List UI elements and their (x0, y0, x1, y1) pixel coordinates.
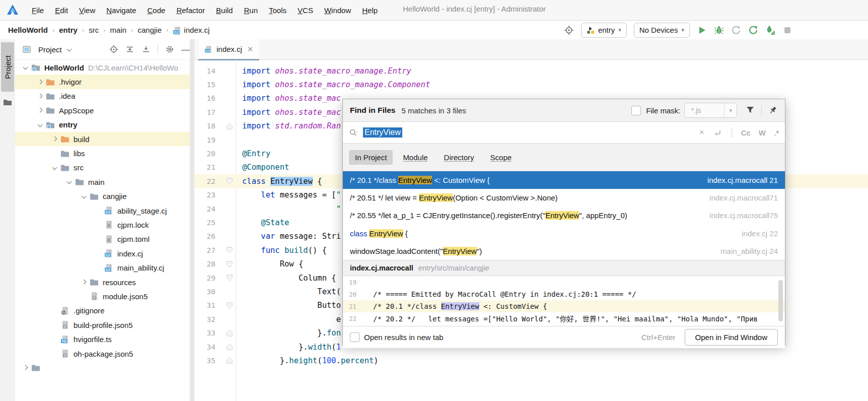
close-icon[interactable]: ✕ (247, 45, 254, 54)
tree-item--hvigor[interactable]: .hvigor (15, 75, 194, 89)
attach-debugger-button[interactable] (765, 25, 775, 35)
breadcrumb-item-entry[interactable]: entry (59, 26, 78, 34)
run-button[interactable] (697, 25, 707, 35)
tree-item-index-cj[interactable]: CJindex.cj (15, 246, 194, 260)
collapse-all-icon[interactable] (141, 45, 151, 54)
menu-item-window[interactable]: Window (319, 4, 356, 17)
tree-item-cjpm-lock[interactable]: cjpm.lock (15, 218, 194, 232)
fold-marker-icon[interactable] (227, 247, 233, 253)
tree-item-hvigorfile-ts[interactable]: TShvigorfile.ts (15, 332, 194, 346)
fold-marker-icon[interactable] (227, 302, 233, 309)
menu-item-help[interactable]: Help (356, 4, 383, 17)
chevron-down-icon[interactable] (66, 178, 73, 185)
open-in-new-tab-checkbox[interactable] (350, 332, 359, 342)
menu-item-refactor[interactable]: Refactor (171, 4, 210, 17)
chevron-right-icon[interactable] (37, 93, 44, 100)
expand-all-icon[interactable] (125, 45, 134, 54)
hide-panel-icon[interactable]: — (181, 45, 190, 54)
menu-item-view[interactable]: View (74, 4, 101, 17)
scrollbar-thumb[interactable] (778, 280, 783, 321)
menu-item-tools[interactable]: Tools (263, 4, 292, 17)
tree-item--idea[interactable]: .idea (15, 89, 194, 103)
chevron-down-icon[interactable] (66, 46, 73, 53)
fold-marker-icon[interactable] (227, 357, 233, 364)
clear-search-icon[interactable]: × (699, 127, 704, 138)
search-input[interactable]: EntryView (363, 127, 402, 138)
tree-item-oh-package-json5[interactable]: {}oh-package.json5 (15, 347, 194, 361)
chevron-down-icon[interactable] (51, 164, 58, 171)
tree-item-cangjie[interactable]: cangjie (15, 189, 194, 204)
device-select[interactable]: No Devices ▾ (634, 23, 690, 38)
fold-marker-icon[interactable] (227, 330, 233, 337)
breadcrumb-item-main[interactable]: main (110, 26, 127, 34)
insert-newline-icon[interactable] (712, 127, 722, 138)
chevron-right-icon[interactable] (37, 79, 44, 86)
scope-tab-scope[interactable]: Scope (484, 150, 518, 165)
debug-button[interactable] (714, 25, 724, 35)
fold-marker-icon[interactable] (227, 261, 233, 268)
chevron-down-icon[interactable] (22, 64, 29, 71)
select-opened-file-icon[interactable] (109, 45, 118, 54)
menu-item-vcs[interactable]: VCS (292, 4, 319, 17)
tree-item-entry[interactable]: entry (15, 118, 194, 132)
result-row-5[interactable]: windowStage.loadContent("EntryView")main… (343, 242, 785, 260)
tree-item-resources[interactable]: resources (15, 275, 194, 289)
result-row-4[interactable]: class EntryView {index.cj 22 (343, 225, 785, 242)
project-view-select[interactable]: Project (38, 45, 62, 54)
tree-item-ability-stage-cj[interactable]: CJability_stage.cj (15, 204, 194, 218)
menu-item-edit[interactable]: Edit (49, 4, 74, 17)
filter-icon[interactable] (745, 105, 755, 115)
tree-item-module-json5[interactable]: {}module.json5 (15, 289, 194, 303)
tree-item-src[interactable]: src (15, 161, 194, 175)
menu-item-navigate[interactable]: Navigate (101, 4, 141, 17)
result-row-1[interactable]: /* 20.1 */class EntryView <: CustomView … (343, 171, 785, 189)
chevron-down-icon[interactable] (81, 193, 88, 200)
tree-item-main[interactable]: main (15, 175, 194, 189)
profiler-button[interactable] (731, 25, 741, 35)
menu-item-file[interactable]: File (26, 4, 49, 17)
menu-item-build[interactable]: Build (210, 4, 238, 17)
result-row-2[interactable]: /* 20.51 */ let view = EntryView(Option … (343, 189, 785, 207)
chevron-right-icon[interactable] (22, 364, 29, 371)
pin-icon[interactable] (768, 105, 778, 115)
breadcrumb-item-src[interactable]: src (89, 26, 99, 34)
whole-words-toggle[interactable]: W (759, 128, 766, 137)
tree-item-cjpm-toml[interactable]: cjpm.toml (15, 232, 194, 246)
scope-tab-module[interactable]: Module (397, 150, 433, 165)
code-line-35[interactable]: 35 }.height(100.percent) (194, 354, 868, 367)
fold-marker-icon[interactable] (227, 275, 233, 281)
tree-item-build[interactable]: build (15, 132, 194, 146)
rerun-button[interactable] (748, 25, 758, 35)
preview-editor[interactable]: 1920/* ===== Emitted by MacroCall @Entry… (343, 276, 785, 326)
chevron-right-icon[interactable] (81, 279, 88, 286)
open-in-find-window-button[interactable]: Open in Find Window (685, 329, 778, 346)
chevron-right-icon[interactable] (51, 136, 58, 143)
search-icon[interactable] (349, 127, 359, 138)
scope-tab-directory[interactable]: Directory (438, 150, 480, 165)
breadcrumb-item-cangjie[interactable]: cangjie (137, 26, 162, 34)
chevron-right-icon[interactable] (37, 107, 44, 114)
fold-marker-icon[interactable] (227, 344, 233, 350)
scope-tab-in-project[interactable]: In Project (349, 150, 393, 165)
tree-item-appscope[interactable]: AppScope (15, 103, 194, 117)
result-row-3[interactable]: /* 20.55 */let a_p_1 = CJEntry.getInstan… (343, 207, 785, 224)
match-case-toggle[interactable]: Cc (741, 128, 751, 137)
file-mask-checkbox[interactable] (631, 106, 641, 115)
breadcrumb-item-helloworld[interactable]: HelloWorld (8, 26, 48, 34)
tree-item-libs[interactable]: libs (15, 146, 194, 160)
menu-item-run[interactable]: Run (238, 4, 263, 17)
chevron-down-icon[interactable] (37, 121, 44, 128)
breadcrumb-item-index.cj[interactable]: index.cj (184, 26, 209, 34)
regex-toggle[interactable]: .* (774, 128, 779, 137)
menu-item-code[interactable]: Code (142, 4, 171, 17)
project-stripe-tab[interactable]: Project (1, 42, 14, 92)
code-line-15[interactable]: 15import ohos.state_macro_manage.Compone… (194, 78, 868, 91)
tree-item--gitignore[interactable]: .gitignore (15, 304, 194, 318)
fold-marker-icon[interactable] (227, 178, 233, 184)
panel-divider[interactable] (190, 39, 194, 401)
tab-index-cj[interactable]: CJ index.cj ✕ (198, 39, 259, 60)
tree-item-build-profile-json5[interactable]: {}build-profile.json5 (15, 318, 194, 332)
run-config-select[interactable]: entry ▾ (581, 23, 627, 38)
code-line-14[interactable]: 14import ohos.state_macro_manage.Entry (194, 64, 868, 78)
fold-marker-icon[interactable] (227, 123, 233, 129)
